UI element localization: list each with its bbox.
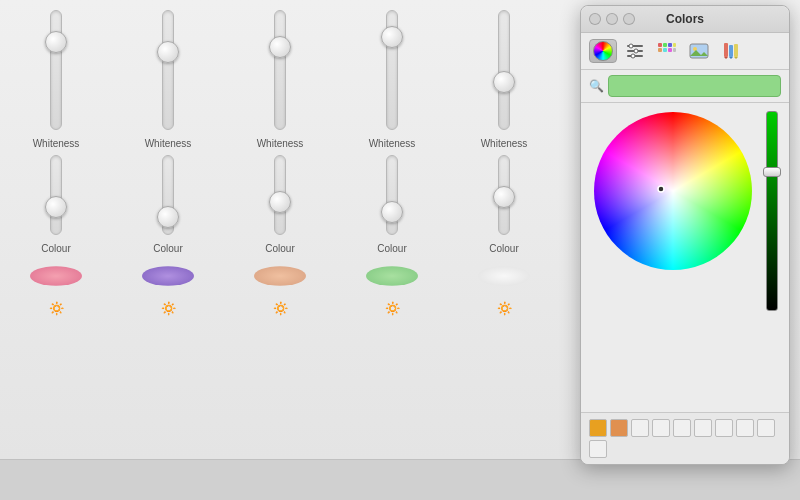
svg-rect-16 <box>724 43 728 57</box>
slider-col-1: Whiteness Colour 🔅 <box>30 10 82 316</box>
bottom-bar <box>0 460 800 500</box>
svg-point-3 <box>629 44 633 48</box>
whiteness-thumb-4[interactable] <box>381 26 403 48</box>
sliders-area: Whiteness Colour 🔅 Whiteness Colour 🔅 Wh… <box>0 0 520 316</box>
svg-point-5 <box>631 54 635 58</box>
search-bar: 🔍 <box>581 70 789 103</box>
colour-track-3[interactable] <box>274 155 286 235</box>
whiteness-label-1: Whiteness <box>33 138 80 149</box>
color-sliders-button[interactable] <box>621 39 649 63</box>
svg-rect-18 <box>734 44 738 57</box>
svg-point-23 <box>595 113 751 269</box>
wheel-container[interactable] <box>589 111 757 271</box>
colour-thumb-4[interactable] <box>381 201 403 223</box>
svg-rect-6 <box>658 43 662 47</box>
brightness-icon-2: 🔅 <box>160 300 177 316</box>
brightness-slider-area <box>763 111 781 311</box>
whiteness-track-5[interactable] <box>498 10 510 130</box>
titlebar-buttons <box>589 13 635 25</box>
whiteness-thumb-1[interactable] <box>45 31 67 53</box>
sliders-icon <box>626 42 644 60</box>
whiteness-thumb-2[interactable] <box>157 41 179 63</box>
svg-point-4 <box>634 49 638 53</box>
colour-label-5: Colour <box>489 243 518 254</box>
colour-thumb-3[interactable] <box>269 191 291 213</box>
maximize-button[interactable] <box>623 13 635 25</box>
colour-label-2: Colour <box>153 243 182 254</box>
panel-toolbar <box>581 33 789 70</box>
colour-label-1: Colour <box>41 243 70 254</box>
swatches-row <box>581 412 789 464</box>
panel-titlebar: Colors <box>581 6 789 33</box>
colour-track-1[interactable] <box>50 155 62 235</box>
minimize-button[interactable] <box>606 13 618 25</box>
svg-rect-13 <box>673 48 676 52</box>
image-icon <box>689 42 709 60</box>
colors-panel: Colors <box>580 5 790 465</box>
color-wheel[interactable] <box>593 111 753 271</box>
image-palette-button[interactable] <box>685 39 713 63</box>
brightness-icon-5: 🔅 <box>496 300 513 316</box>
whiteness-thumb-3[interactable] <box>269 36 291 58</box>
svg-rect-12 <box>668 48 672 52</box>
whiteness-track-1[interactable] <box>50 10 62 130</box>
svg-rect-11 <box>663 48 667 52</box>
swatch-9[interactable] <box>757 419 775 437</box>
brightness-thumb[interactable] <box>763 167 781 177</box>
whiteness-label-4: Whiteness <box>369 138 416 149</box>
slider-col-5: Whiteness Colour 🔅 <box>478 10 530 316</box>
svg-rect-10 <box>658 48 662 52</box>
search-input[interactable] <box>608 75 781 97</box>
whiteness-track-3[interactable] <box>274 10 286 130</box>
swatch-5[interactable] <box>673 419 691 437</box>
svg-rect-8 <box>668 43 672 47</box>
svg-rect-7 <box>663 43 667 47</box>
colour-swatch-5[interactable] <box>478 266 530 286</box>
svg-point-15 <box>693 47 697 51</box>
svg-marker-19 <box>724 57 728 59</box>
slider-col-4: Whiteness Colour 🔅 <box>366 10 418 316</box>
whiteness-track-2[interactable] <box>162 10 174 130</box>
svg-marker-20 <box>729 57 733 59</box>
crayons-icon <box>721 42 741 60</box>
colour-thumb-2[interactable] <box>157 206 179 228</box>
whiteness-track-4[interactable] <box>386 10 398 130</box>
colour-thumb-5[interactable] <box>493 186 515 208</box>
svg-rect-17 <box>729 45 733 57</box>
crayons-button[interactable] <box>717 39 745 63</box>
colour-track-4[interactable] <box>386 155 398 235</box>
color-wheel-button[interactable] <box>589 39 617 63</box>
search-icon: 🔍 <box>589 79 604 93</box>
swatch-1[interactable] <box>589 419 607 437</box>
svg-point-24 <box>658 186 664 192</box>
swatch-4[interactable] <box>652 419 670 437</box>
brightness-icon-3: 🔅 <box>272 300 289 316</box>
color-palette-button[interactable] <box>653 39 681 63</box>
svg-marker-21 <box>734 57 738 59</box>
colour-track-2[interactable] <box>162 155 174 235</box>
palette-icon <box>657 42 677 60</box>
slider-col-3: Whiteness Colour 🔅 <box>254 10 306 316</box>
brightness-icon-4: 🔅 <box>384 300 401 316</box>
brightness-icon-1: 🔅 <box>48 300 65 316</box>
swatch-7[interactable] <box>715 419 733 437</box>
whiteness-label-3: Whiteness <box>257 138 304 149</box>
whiteness-label-5: Whiteness <box>481 138 528 149</box>
colour-swatch-4[interactable] <box>366 266 418 286</box>
swatch-3[interactable] <box>631 419 649 437</box>
color-wheel-icon <box>593 41 613 61</box>
swatch-10[interactable] <box>589 440 607 458</box>
swatch-6[interactable] <box>694 419 712 437</box>
wheel-area <box>581 103 789 412</box>
colour-thumb-1[interactable] <box>45 196 67 218</box>
colour-swatch-1[interactable] <box>30 266 82 286</box>
slider-col-2: Whiteness Colour 🔅 <box>142 10 194 316</box>
brightness-track[interactable] <box>766 111 778 311</box>
swatch-8[interactable] <box>736 419 754 437</box>
colour-track-5[interactable] <box>498 155 510 235</box>
colour-swatch-3[interactable] <box>254 266 306 286</box>
close-button[interactable] <box>589 13 601 25</box>
colour-swatch-2[interactable] <box>142 266 194 286</box>
swatch-2[interactable] <box>610 419 628 437</box>
whiteness-thumb-5[interactable] <box>493 71 515 93</box>
